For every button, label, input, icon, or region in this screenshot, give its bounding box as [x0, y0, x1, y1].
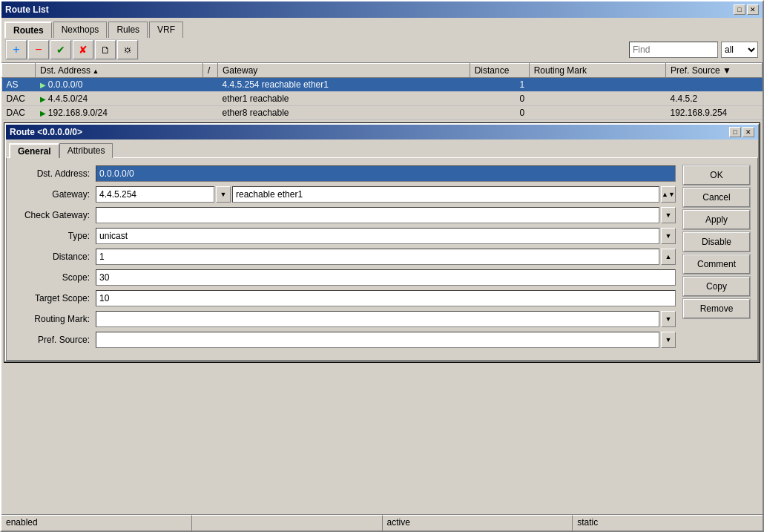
filter-select[interactable]: all: [721, 42, 758, 58]
table-row[interactable]: AS ▶ 0.0.0.0/0 4.4.5.254 reachable ether…: [2, 78, 763, 92]
scope-label: Scope:: [14, 272, 96, 283]
copy-button[interactable]: Copy: [683, 277, 750, 296]
col-type[interactable]: [2, 64, 36, 78]
scope-row: Scope:: [14, 269, 676, 286]
gateway-ip-input[interactable]: [96, 186, 214, 203]
target-scope-label: Target Scope:: [14, 293, 96, 303]
sub-title-bar: Route <0.0.0.0/0> □ ✕: [6, 125, 758, 139]
dst-address-input[interactable]: [96, 165, 676, 182]
main-title-bar: Route List □ ✕: [1, 1, 763, 18]
pref-source-dropdown-button[interactable]: ▼: [661, 332, 676, 348]
routing-mark-label: Routing Mark:: [14, 314, 96, 324]
row-slash: [202, 78, 217, 92]
pref-source-group: ▼: [96, 332, 676, 348]
routing-mark-dropdown-button[interactable]: ▼: [661, 311, 676, 327]
col-gateway[interactable]: Gateway: [217, 64, 470, 78]
close-button[interactable]: ✕: [747, 4, 759, 15]
main-tabs-bar: Routes Nexthops Rules VRF: [1, 18, 763, 37]
type-row: Type: ▼: [14, 228, 676, 244]
gateway-state-input[interactable]: [232, 186, 659, 203]
check-button[interactable]: ✔: [50, 40, 71, 59]
status-enabled: enabled: [1, 515, 192, 531]
row-type: DAC: [2, 106, 36, 120]
tab-routes[interactable]: Routes: [4, 22, 52, 38]
distance-label: Distance:: [14, 252, 96, 262]
gateway-ip-dropdown-button[interactable]: ▼: [216, 186, 231, 203]
routing-mark-input[interactable]: [96, 311, 659, 327]
comment-button[interactable]: Comment: [683, 254, 750, 274]
gateway-row: Gateway: ▼ ▲▼: [14, 186, 676, 203]
title-bar-controls: □ ✕: [734, 4, 759, 15]
row-slash: [202, 106, 217, 120]
row-slash: [202, 92, 217, 106]
main-toolbar: + − ✔ ✘ 🗋 ⛭ all: [1, 37, 763, 63]
find-area: all: [629, 42, 758, 58]
add-button[interactable]: +: [6, 40, 27, 59]
type-group: ▼: [96, 228, 676, 244]
sub-close-button[interactable]: ✕: [742, 127, 754, 137]
row-distance: 1: [470, 78, 529, 92]
tab-nexthops[interactable]: Nexthops: [53, 22, 108, 38]
restore-button[interactable]: □: [734, 4, 745, 15]
table-header-row: Dst. Address / Gateway Distance Routing …: [2, 64, 763, 78]
sub-window: Route <0.0.0.0/0> □ ✕ General Attributes…: [4, 123, 760, 362]
check-gateway-group: ▼: [96, 207, 676, 223]
table-row[interactable]: DAC ▶ 4.4.5.0/24 ether1 reachable 0 4.4.…: [2, 92, 763, 106]
form-area: Dst. Address: Gateway: ▼ ▲▼ Check Gatewa…: [6, 157, 758, 361]
cancel-button[interactable]: Cancel: [683, 188, 750, 207]
type-dropdown-button[interactable]: ▼: [661, 228, 676, 244]
status-bar: enabled active static: [1, 514, 763, 531]
row-routing-mark: [529, 106, 665, 120]
route-table: Dst. Address / Gateway Distance Routing …: [1, 63, 763, 120]
col-routing-mark[interactable]: Routing Mark: [529, 64, 665, 78]
find-input[interactable]: [629, 42, 718, 58]
action-buttons: OK Cancel Apply Disable Comment Copy Rem…: [683, 165, 750, 352]
distance-input[interactable]: [96, 249, 659, 265]
disable-button[interactable]: Disable: [683, 232, 750, 252]
gateway-label: Gateway:: [14, 189, 96, 200]
check-gateway-dropdown-button[interactable]: ▼: [661, 207, 676, 223]
status-static: static: [573, 515, 763, 531]
sub-restore-button[interactable]: □: [729, 127, 741, 137]
check-gateway-input[interactable]: [96, 207, 659, 223]
target-scope-input[interactable]: [96, 290, 676, 306]
scope-input[interactable]: [96, 269, 676, 286]
row-pref-source: 192.168.9.254: [666, 106, 763, 120]
remove-button[interactable]: Remove: [683, 299, 750, 318]
gateway-state-dropdown-button[interactable]: ▲▼: [661, 186, 676, 203]
col-slash[interactable]: /: [202, 64, 217, 78]
apply-button[interactable]: Apply: [683, 210, 750, 229]
tab-rules[interactable]: Rules: [108, 22, 148, 38]
tab-vrf[interactable]: VRF: [149, 22, 183, 38]
filter-button[interactable]: ⛭: [117, 40, 138, 59]
dst-address-label: Dst. Address:: [14, 168, 96, 179]
col-dst-address[interactable]: Dst. Address: [36, 64, 203, 78]
gateway-group: ▼ ▲▼: [96, 186, 676, 203]
type-input[interactable]: [96, 228, 659, 244]
distance-spin-button[interactable]: ▲: [661, 249, 676, 265]
check-gateway-row: Check Gateway: ▼: [14, 207, 676, 223]
pref-source-label: Pref. Source:: [14, 335, 96, 345]
table-row[interactable]: DAC ▶ 192.168.9.0/24 ether8 reachable 0 …: [2, 106, 763, 120]
type-label: Type:: [14, 231, 96, 241]
row-type: AS: [2, 78, 36, 92]
row-pref-source: [666, 78, 763, 92]
check-gateway-label: Check Gateway:: [14, 210, 96, 220]
ok-button[interactable]: OK: [683, 165, 750, 185]
tab-attributes[interactable]: Attributes: [59, 143, 113, 158]
row-gateway: 4.4.5.254 reachable ether1: [217, 78, 470, 92]
sub-window-title: Route <0.0.0.0/0>: [10, 127, 82, 137]
row-routing-mark: [529, 92, 665, 106]
pref-source-input[interactable]: [96, 332, 659, 348]
remove-button[interactable]: −: [28, 40, 49, 59]
row-dst: ▶ 192.168.9.0/24: [36, 106, 203, 120]
status-empty: [192, 515, 383, 531]
col-pref-source[interactable]: Pref. Source ▼: [666, 64, 763, 78]
copy-button[interactable]: 🗋: [95, 40, 116, 59]
routing-mark-row: Routing Mark: ▼: [14, 311, 676, 327]
col-distance[interactable]: Distance: [470, 64, 529, 78]
row-routing-mark: [529, 78, 665, 92]
main-window: Route List □ ✕ Routes Nexthops Rules VRF…: [0, 0, 764, 532]
cross-button[interactable]: ✘: [73, 40, 93, 59]
tab-general[interactable]: General: [9, 143, 59, 158]
